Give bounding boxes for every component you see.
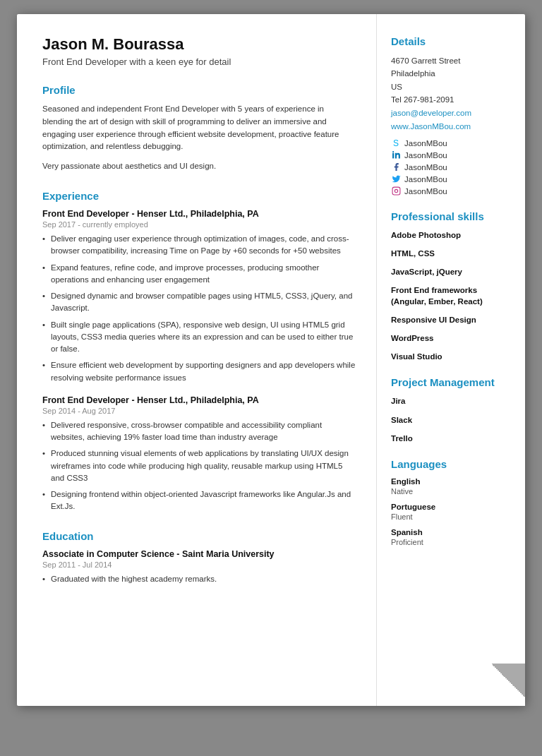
address-line3: US: [391, 80, 511, 93]
experience-section-title: Experience: [42, 190, 356, 202]
profile-paragraph-2: Very passionate about aesthetics and UI …: [42, 160, 356, 173]
left-column: Jason M. Bourassa Front End Developer wi…: [17, 14, 377, 706]
twitter-label: JasonMBou: [404, 175, 447, 184]
facebook-icon: [391, 162, 401, 172]
profile-section-title: Profile: [42, 84, 356, 96]
lang-name: English: [391, 477, 511, 486]
skype-item: S JasonMBou: [391, 138, 511, 148]
right-column: Details 4670 Garrett Street Philadelphia…: [377, 14, 525, 706]
list-item: Built single page applications (SPA), re…: [42, 319, 356, 356]
instagram-label: JasonMBou: [404, 187, 447, 196]
facebook-item: JasonMBou: [391, 162, 511, 172]
social-links: S JasonMBou JasonMBou JasonMBou: [391, 138, 511, 196]
project-management-section: Project Management Jira Slack Trello: [391, 376, 511, 443]
linkedin-item: JasonMBou: [391, 150, 511, 160]
list-item: Ensure efficient web development by supp…: [42, 359, 356, 384]
skype-icon: S: [391, 138, 401, 148]
skill-item: Visual Studio: [391, 351, 511, 362]
lang-level: Native: [391, 487, 511, 496]
svg-rect-2: [392, 187, 400, 195]
lang-level: Proficient: [391, 538, 511, 546]
list-item: Delivered responsive, cross-browser comp…: [42, 419, 356, 444]
list-item: Produced stunning visual elements of web…: [42, 448, 356, 484]
candidate-title: Front End Developer with a keen eye for …: [42, 56, 356, 67]
svg-point-1: [392, 151, 394, 152]
skill-item: Responsive UI Design: [391, 314, 511, 325]
svg-point-3: [395, 189, 397, 192]
professional-skills-section: Professional skills Adobe Photoshop HTML…: [391, 210, 511, 363]
twitter-icon: [391, 174, 401, 184]
website-link[interactable]: www.JasonMBou.com: [391, 120, 511, 134]
details-title: Details: [391, 35, 511, 47]
skill-item: HTML, CSS: [391, 248, 511, 259]
list-item: Deliver engaging user experience through…: [42, 233, 356, 258]
job-2-title: Front End Developer - Henser Ltd., Phila…: [42, 395, 356, 405]
instagram-icon: [391, 186, 401, 196]
lang-level: Fluent: [391, 512, 511, 521]
twitter-item: JasonMBou: [391, 174, 511, 184]
job-1-date: Sep 2017 - currently employed: [42, 220, 356, 229]
instagram-item: JasonMBou: [391, 186, 511, 196]
edu-1-bullets: Graduated with the highest academy remar…: [42, 573, 356, 585]
lang-name: Spanish: [391, 528, 511, 536]
project-management-title: Project Management: [391, 376, 511, 388]
list-item: Designing frontend within object-oriente…: [42, 488, 356, 513]
education-section-title: Education: [42, 530, 356, 542]
list-item: Graduated with the highest academy remar…: [42, 573, 356, 585]
linkedin-icon: [391, 150, 401, 160]
linkedin-label: JasonMBou: [404, 151, 447, 160]
job-2-bullets: Delivered responsive, cross-browser comp…: [42, 419, 356, 513]
pm-tool: Trello: [391, 433, 511, 444]
lang-name: Portuguese: [391, 503, 511, 511]
job-1-bullets: Deliver engaging user experience through…: [42, 233, 356, 384]
skill-item: WordPress: [391, 332, 511, 344]
list-item: Designed dynamic and browser compatible …: [42, 290, 356, 315]
list-item: Expand features, refine code, and improv…: [42, 262, 356, 287]
facebook-label: JasonMBou: [404, 163, 447, 172]
job-2-date: Sep 2014 - Aug 2017: [42, 407, 356, 415]
skill-item: JavaScript, jQuery: [391, 266, 511, 277]
page-number: 2/2: [503, 689, 514, 697]
professional-skills-title: Professional skills: [391, 210, 511, 222]
pm-tool: Jira: [391, 395, 511, 407]
languages-title: Languages: [391, 458, 511, 470]
details-section: Details 4670 Garrett Street Philadelphia…: [391, 35, 511, 196]
resume-page: Jason M. Bourassa Front End Developer wi…: [17, 14, 525, 706]
skill-item: Adobe Photoshop: [391, 229, 511, 241]
candidate-name: Jason M. Bourassa: [42, 35, 356, 54]
address-line1: 4670 Garrett Street: [391, 54, 511, 67]
skype-label: JasonMBou: [404, 139, 447, 148]
pm-tool: Slack: [391, 414, 511, 426]
address-line2: Philadelphia: [391, 67, 511, 80]
profile-paragraph-1: Seasoned and independent Front End Devel…: [42, 103, 356, 153]
edu-1-degree: Associate in Computer Science - Saint Ma…: [42, 549, 356, 559]
email-link[interactable]: jason@developer.com: [391, 107, 511, 121]
phone: Tel 267-981-2091: [391, 93, 511, 106]
job-1-title: Front End Developer - Henser Ltd., Phila…: [42, 209, 356, 219]
languages-section: Languages English Native Portuguese Flue…: [391, 458, 511, 546]
svg-rect-0: [392, 153, 394, 159]
edu-1-date: Sep 2011 - Jul 2014: [42, 560, 356, 569]
skill-item: Front End frameworks (Angular, Ember, Re…: [391, 284, 511, 307]
